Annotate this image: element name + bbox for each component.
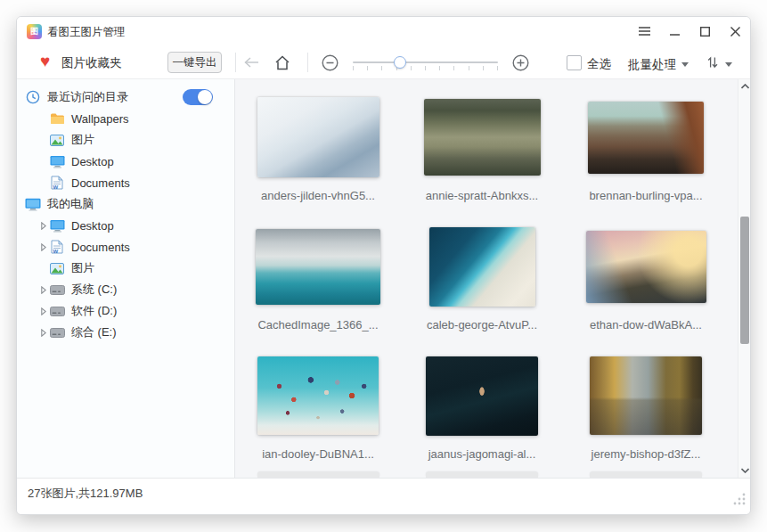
thumbnail-wrap xyxy=(564,344,728,447)
tree-item-wallpapers[interactable]: Wallpapers xyxy=(17,108,234,129)
image-cell[interactable]: jeremy-bishop-d3fZ... xyxy=(564,344,728,473)
image-cell[interactable]: annie-spratt-Abnkxs... xyxy=(400,86,564,215)
image-filename: caleb-george-AtvuP... xyxy=(400,318,564,336)
vertical-scrollbar[interactable] xyxy=(738,79,750,478)
expand-arrow-icon[interactable] xyxy=(37,222,49,230)
tree-item-desktop[interactable]: Desktop xyxy=(17,215,234,236)
image-thumbnail[interactable] xyxy=(426,356,538,436)
thumbnail-wrap xyxy=(400,344,564,447)
image-cell[interactable]: caleb-george-AtvuP... xyxy=(400,215,564,344)
tree-item--(c:)[interactable]: 系统 (C:) xyxy=(17,279,234,300)
select-all-checkbox[interactable] xyxy=(567,55,582,70)
image-thumbnail[interactable] xyxy=(429,227,535,307)
statusbar: 27张图片,共121.97MB xyxy=(17,478,750,514)
image-cell[interactable]: ian-dooley-DuBNA1... xyxy=(236,344,400,473)
image-cell[interactable]: anders-jilden-vhnG5... xyxy=(236,86,400,215)
drive-icon xyxy=(49,304,65,318)
slider-thumb[interactable] xyxy=(394,56,406,69)
tree-item-label: 软件 (D:) xyxy=(71,303,117,319)
expand-arrow-icon[interactable] xyxy=(37,329,49,337)
image-thumbnail[interactable] xyxy=(424,99,541,176)
thumbnail-wrap xyxy=(400,86,564,189)
tree-item-my-computer[interactable]: 我的电脑 xyxy=(17,193,234,215)
pictures-icon xyxy=(49,261,65,275)
export-button[interactable]: 一键导出 xyxy=(167,52,222,73)
image-filename: anders-jilden-vhnG5... xyxy=(236,189,400,207)
image-filename: CachedImage_1366_... xyxy=(236,318,400,336)
image-cell[interactable]: brennan-burling-vpa... xyxy=(564,86,728,215)
status-text: 27张图片,共121.97MB xyxy=(28,486,143,502)
tree-item-label: Documents xyxy=(71,176,130,190)
tree-item--[interactable]: 图片 xyxy=(17,129,234,151)
zoom-slider[interactable] xyxy=(353,45,498,79)
image-cell[interactable]: CachedImage_1366_... xyxy=(236,215,400,344)
sort-icon xyxy=(706,55,720,70)
image-thumbnail[interactable] xyxy=(257,356,379,435)
tree-item-documents[interactable]: WDocuments xyxy=(17,172,234,193)
menu-icon[interactable] xyxy=(629,17,659,45)
toggle-knob xyxy=(198,90,212,104)
desktop-icon xyxy=(49,218,65,233)
slider-track[interactable] xyxy=(353,61,498,63)
expand-arrow-icon[interactable] xyxy=(37,243,49,251)
tree-item-documents[interactable]: WDocuments xyxy=(17,236,234,258)
image-thumbnail[interactable] xyxy=(256,229,380,305)
image-thumbnail[interactable] xyxy=(586,231,706,303)
heart-icon: ♥ xyxy=(40,52,50,71)
thumbnail-wrap xyxy=(236,344,400,447)
titlebar: 图 看图王图片管理 xyxy=(17,17,750,45)
minimize-button[interactable] xyxy=(659,17,689,45)
image-filename: ethan-dow-dWaBkA... xyxy=(564,318,728,336)
zoom-out-icon[interactable] xyxy=(318,45,341,79)
thumbnail-wrap xyxy=(400,215,564,318)
batch-process-dropdown[interactable]: 批量处理 xyxy=(628,56,689,73)
image-filename: ian-dooley-DuBNA1... xyxy=(236,447,400,465)
recent-folders-toggle[interactable] xyxy=(183,89,213,105)
tree-item-label: 系统 (C:) xyxy=(71,282,117,298)
image-filename: annie-spratt-Abnkxs... xyxy=(400,189,564,207)
drive-icon xyxy=(49,325,65,340)
sort-dropdown[interactable] xyxy=(701,45,737,79)
thumbnail-area: anders-jilden-vhnG5...annie-spratt-Abnkx… xyxy=(236,79,738,478)
image-cell[interactable]: jaanus-jagomagi-al... xyxy=(400,344,564,473)
tree-item-label: 综合 (E:) xyxy=(71,324,117,340)
pictures-icon xyxy=(49,133,65,147)
toolbar-separator xyxy=(235,53,236,72)
scrollbar-thumb[interactable] xyxy=(740,217,749,345)
tree-item--[interactable]: 图片 xyxy=(17,258,234,279)
tree-item-label: Wallpapers xyxy=(71,112,129,126)
thumbnail-wrap xyxy=(564,215,728,318)
thumbnail-wrap xyxy=(236,86,400,189)
chevron-down-icon xyxy=(725,54,732,70)
tree-item-desktop[interactable]: Desktop xyxy=(17,151,234,172)
scroll-down-icon[interactable] xyxy=(738,463,751,478)
home-icon[interactable] xyxy=(271,45,294,79)
expand-arrow-icon[interactable] xyxy=(37,307,49,315)
folder-tree: 最近访问的目录Wallpapers图片DesktopWDocuments我的电脑… xyxy=(17,79,234,343)
toolbar: ♥ 图片收藏夹 一键导出 全选 xyxy=(17,45,750,79)
thumbnail-grid: anders-jilden-vhnG5...annie-spratt-Abnkx… xyxy=(236,86,728,473)
image-cell[interactable]: ethan-dow-dWaBkA... xyxy=(564,215,728,344)
back-icon[interactable] xyxy=(240,45,263,79)
tree-item--(d:)[interactable]: 软件 (D:) xyxy=(17,300,234,322)
close-button[interactable] xyxy=(720,17,750,45)
maximize-button[interactable] xyxy=(689,17,720,45)
document-icon: W xyxy=(49,176,65,190)
image-thumbnail[interactable] xyxy=(257,97,379,177)
expand-arrow-icon[interactable] xyxy=(37,286,49,294)
slider-ticks xyxy=(353,66,498,70)
select-all-label[interactable]: 全选 xyxy=(587,56,611,72)
drive-icon xyxy=(49,282,65,297)
tree-item-label: Documents xyxy=(71,241,130,254)
zoom-in-icon[interactable] xyxy=(509,45,532,79)
app-icon: 图 xyxy=(27,24,42,39)
chevron-down-icon xyxy=(681,56,689,70)
tree-item-label: 我的电脑 xyxy=(47,196,94,212)
resize-grip-icon[interactable] xyxy=(732,492,747,510)
favorites-label[interactable]: 图片收藏夹 xyxy=(61,55,122,71)
image-thumbnail[interactable] xyxy=(588,102,704,174)
tree-item--(e:)[interactable]: 综合 (E:) xyxy=(17,322,234,343)
image-thumbnail[interactable] xyxy=(590,356,702,435)
scroll-up-icon[interactable] xyxy=(738,79,751,94)
tree-item-recent-folders[interactable]: 最近访问的目录 xyxy=(17,86,234,108)
